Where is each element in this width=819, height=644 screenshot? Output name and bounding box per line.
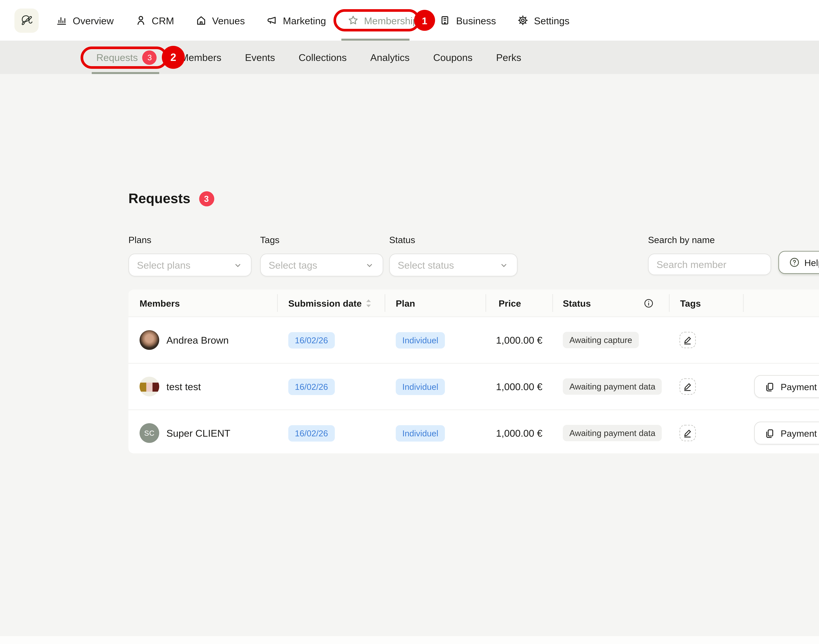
plans-select[interactable]: Select plans bbox=[129, 253, 252, 276]
nav-label: Overview bbox=[73, 15, 113, 26]
status-select-placeholder: Select status bbox=[398, 259, 454, 271]
payment-link-button[interactable]: Payment link bbox=[754, 375, 819, 398]
plans-select-placeholder: Select plans bbox=[137, 259, 190, 271]
nav-item-membership[interactable]: Membership bbox=[347, 14, 418, 26]
nav-label: Venues bbox=[212, 15, 245, 26]
requests-active-indicator bbox=[92, 72, 159, 74]
status-filter: Status Select status bbox=[389, 235, 518, 276]
help-button[interactable]: Help bbox=[778, 251, 819, 274]
tab-label: Analytics bbox=[370, 52, 410, 63]
star-icon bbox=[347, 14, 359, 26]
member-name: Andrea Brown bbox=[166, 334, 229, 346]
column-header-tags: Tags bbox=[680, 298, 701, 308]
column-divider bbox=[385, 294, 385, 312]
edit-tags-button[interactable] bbox=[679, 378, 696, 395]
house-icon bbox=[195, 14, 207, 26]
search-filter-label: Search by name bbox=[648, 235, 771, 245]
member-name: test test bbox=[166, 381, 201, 392]
tab-label: Requests bbox=[96, 52, 138, 63]
plans-filter: Plans Select plans bbox=[129, 235, 252, 276]
status-filter-label: Status bbox=[389, 235, 518, 245]
requests-count-badge: 3 bbox=[143, 50, 157, 64]
payment-link-button[interactable]: Payment link bbox=[754, 422, 819, 445]
nav-item-crm[interactable]: CRM bbox=[135, 14, 174, 26]
nav-label: Settings bbox=[534, 15, 569, 26]
page-title-row: Requests 3 bbox=[129, 191, 214, 206]
search-member-input[interactable] bbox=[648, 253, 771, 275]
column-header-submission-date[interactable]: Submission date bbox=[288, 298, 371, 308]
column-header-plan: Plan bbox=[396, 298, 415, 308]
tab-label: Members bbox=[181, 52, 221, 63]
tab-collections[interactable]: Collections bbox=[299, 52, 347, 63]
nav-item-settings[interactable]: Settings bbox=[517, 14, 569, 26]
chevron-down-icon bbox=[364, 260, 375, 270]
tags-select[interactable]: Select tags bbox=[260, 253, 383, 276]
nav-item-business[interactable]: Business bbox=[439, 14, 496, 26]
app-window: Overview CRM Venues bbox=[0, 0, 819, 644]
sort-icon[interactable] bbox=[366, 298, 371, 308]
price-value: 1,000.00 € bbox=[496, 334, 543, 346]
status-badge: Awaiting capture bbox=[563, 332, 639, 348]
pencil-icon bbox=[683, 428, 693, 438]
info-circle-icon[interactable] bbox=[643, 298, 654, 308]
member-avatar bbox=[140, 330, 159, 350]
question-circle-icon bbox=[788, 257, 800, 268]
payment-link-label: Payment link bbox=[781, 381, 819, 392]
membership-active-indicator bbox=[341, 39, 410, 41]
member-avatar: SC bbox=[140, 423, 159, 443]
gear-icon bbox=[517, 14, 529, 26]
plans-filter-label: Plans bbox=[129, 235, 252, 245]
plan-pill: Individuel bbox=[396, 379, 445, 395]
copy-icon bbox=[765, 428, 775, 438]
tab-events[interactable]: Events bbox=[245, 52, 275, 63]
tab-coupons[interactable]: Coupons bbox=[433, 52, 472, 63]
person-icon bbox=[135, 14, 146, 26]
tab-label: Coupons bbox=[433, 52, 472, 63]
top-navigation-bar: Overview CRM Venues bbox=[0, 0, 819, 41]
edit-tags-button[interactable] bbox=[679, 332, 696, 348]
edit-tags-button[interactable] bbox=[679, 425, 696, 441]
column-divider bbox=[743, 294, 744, 312]
nav-item-marketing[interactable]: Marketing bbox=[266, 14, 326, 26]
nav-item-overview[interactable]: Overview bbox=[56, 14, 113, 26]
search-filter: Search by name bbox=[648, 235, 771, 275]
tags-filter: Tags Select tags bbox=[260, 235, 383, 276]
bar-chart-icon bbox=[56, 14, 67, 26]
tab-members[interactable]: Members bbox=[181, 52, 221, 63]
tab-perks[interactable]: Perks bbox=[496, 52, 521, 63]
tab-analytics[interactable]: Analytics bbox=[370, 52, 410, 63]
nav-label: Marketing bbox=[283, 15, 326, 26]
copy-icon bbox=[765, 381, 775, 392]
brand-logo[interactable] bbox=[14, 8, 39, 32]
column-divider bbox=[277, 294, 278, 312]
page-title: Requests bbox=[129, 191, 190, 206]
tags-select-placeholder: Select tags bbox=[268, 259, 317, 271]
column-header-status: Status bbox=[563, 298, 591, 308]
column-divider bbox=[486, 294, 486, 312]
tab-label: Collections bbox=[299, 52, 347, 63]
membership-sub-navigation: Requests 3 Members Events Collections An… bbox=[0, 41, 819, 74]
submission-date-pill: 16/02/26 bbox=[288, 379, 334, 395]
status-select[interactable]: Select status bbox=[389, 253, 518, 276]
nav-label: Membership bbox=[364, 15, 418, 26]
member-name: Super CLIENT bbox=[166, 428, 230, 439]
main-content: Requests 3 Plans Select plans Tags Selec… bbox=[0, 74, 819, 644]
chevron-down-icon bbox=[233, 260, 243, 270]
tags-filter-label: Tags bbox=[260, 235, 383, 245]
status-badge: Awaiting payment data bbox=[563, 378, 662, 395]
column-header-label: Submission date bbox=[288, 298, 362, 308]
requests-table: Members Submission date Plan Price Statu… bbox=[129, 290, 819, 453]
building-icon bbox=[439, 14, 451, 26]
status-badge: Awaiting payment data bbox=[563, 425, 662, 441]
price-value: 1,000.00 € bbox=[496, 428, 543, 439]
tab-requests[interactable]: Requests 3 bbox=[96, 50, 157, 64]
table-row[interactable]: SC Super CLIENT 16/02/26 Individuel 1,00… bbox=[129, 409, 819, 453]
column-header-price: Price bbox=[498, 298, 521, 308]
price-value: 1,000.00 € bbox=[496, 381, 543, 392]
table-row[interactable]: Andrea Brown 16/02/26 Individuel 1,000.0… bbox=[129, 316, 819, 363]
submission-date-pill: 16/02/26 bbox=[288, 332, 334, 348]
nav-item-venues[interactable]: Venues bbox=[195, 14, 245, 26]
bottom-strip bbox=[0, 636, 819, 644]
table-row[interactable]: test test 16/02/26 Individuel 1,000.00 €… bbox=[129, 363, 819, 409]
submission-date-pill: 16/02/26 bbox=[288, 425, 334, 442]
